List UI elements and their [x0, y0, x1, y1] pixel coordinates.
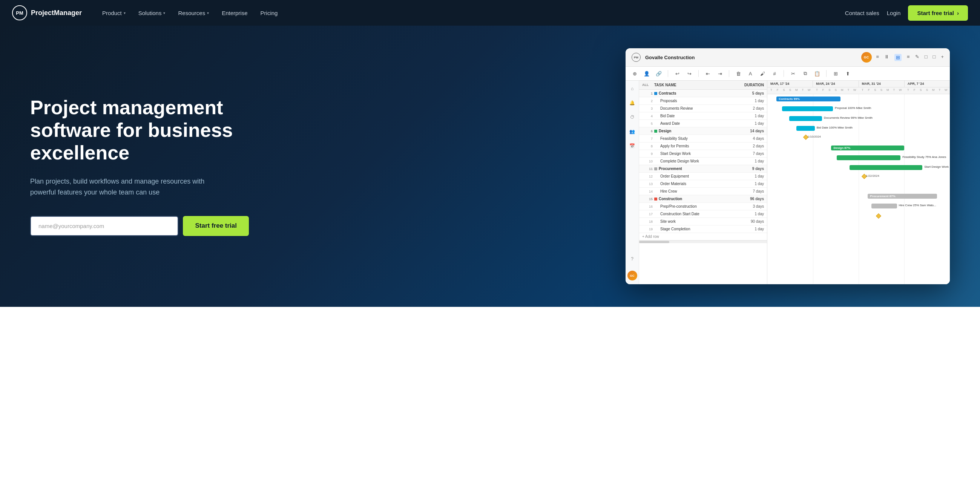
- gantt-gridline: [904, 94, 905, 284]
- hero-content: Project management software for business…: [30, 97, 249, 236]
- bell-sidebar-icon[interactable]: 🔔: [628, 99, 636, 107]
- mockup-avatar: GC: [861, 52, 872, 63]
- help-sidebar-icon[interactable]: ?: [628, 255, 636, 263]
- menu-icon[interactable]: ≡: [876, 54, 879, 61]
- table-row: 17 Construction Start Date 1 day: [639, 210, 767, 218]
- nav-start-trial-button[interactable]: Start free trial ›: [908, 5, 968, 21]
- hero-start-trial-button[interactable]: Start free trial: [183, 216, 249, 236]
- outdent-icon[interactable]: ⇥: [715, 69, 724, 78]
- scrollbar-thumb[interactable]: [639, 241, 669, 243]
- nav-right: Contact sales Login Start free trial ›: [845, 5, 968, 21]
- table-row: 18 Site work 90 days: [639, 218, 767, 225]
- gantt-bar-docs: [789, 116, 822, 121]
- mockup-body: ⌂ 🔔 ⏱ 👥 📅 ? GC ALL TASK NAME DURATION: [625, 81, 950, 284]
- paste-icon[interactable]: 📋: [813, 69, 822, 78]
- edit-icon[interactable]: ✎: [915, 54, 919, 61]
- nav-solutions[interactable]: Solutions ▾: [133, 7, 171, 19]
- copy2-icon[interactable]: ⧉: [800, 69, 810, 78]
- export-icon[interactable]: ⬆: [843, 69, 852, 78]
- gantt-bar-label: Proposal 100% Mike Smith: [835, 106, 871, 110]
- toolbar-separator-4: [784, 70, 784, 77]
- grid-icon[interactable]: ⊞: [894, 54, 902, 61]
- gantt-day-labels: TF SS MT W: [813, 87, 859, 94]
- brand-logo[interactable]: PM ProjectManager: [12, 5, 82, 21]
- gantt-day-labels: TF SS MT W: [904, 87, 950, 94]
- nav-links: Product ▾ Solutions ▾ Resources ▾ Enterp…: [97, 7, 845, 19]
- col-duration: DURATION: [738, 83, 764, 87]
- table-row: 9 Start Design Work 7 days: [639, 150, 767, 157]
- gantt-month-label: MAR, 24 '24: [813, 81, 859, 87]
- add-icon[interactable]: +: [941, 54, 944, 61]
- clock-sidebar-icon[interactable]: ⏱: [628, 113, 636, 121]
- login-link[interactable]: Login: [887, 10, 901, 16]
- col-all: ALL: [642, 83, 653, 87]
- number-icon[interactable]: #: [770, 69, 779, 78]
- table-row: 13 Order Materials 1 day: [639, 180, 767, 188]
- navigation: PM ProjectManager Product ▾ Solutions ▾ …: [0, 0, 980, 25]
- gantt-bar-bid: [796, 126, 815, 131]
- paint-icon[interactable]: 🖌: [758, 69, 767, 78]
- undo-icon[interactable]: ↩: [673, 69, 682, 78]
- link-icon[interactable]: 🔗: [654, 69, 663, 78]
- gantt-bar-label: Start Design Work 100% Ana: [924, 165, 950, 168]
- calendar-icon[interactable]: □: [924, 54, 928, 61]
- nav-pricing[interactable]: Pricing: [255, 7, 283, 19]
- toolbar-separator-2: [698, 70, 699, 77]
- hero-subtitle: Plan projects, build workflows and manag…: [30, 176, 226, 198]
- gantt-month-label: APR, 7 '24: [905, 81, 950, 87]
- table-row: 7 Feasibility Study 4 days: [639, 135, 767, 143]
- mockup-titlebar: PM Govalle Construction GC ≡ ⏸ ⊞ ≡ ✎ □ □…: [625, 48, 950, 67]
- table-row: 14 Hire Crew 7 days: [639, 188, 767, 195]
- assign-icon[interactable]: 👤: [642, 69, 651, 78]
- toolbar-separator-3: [729, 70, 729, 77]
- indent-icon[interactable]: ⇤: [703, 69, 712, 78]
- nav-resources[interactable]: Resources ▾: [173, 7, 214, 19]
- copy-icon[interactable]: □: [933, 54, 936, 61]
- gantt-days-row: TF SS MT W TF SS MT W: [767, 87, 950, 94]
- cut-icon[interactable]: ✂: [788, 69, 797, 78]
- table-row: 4 Bid Date 1 day: [639, 112, 767, 120]
- gantt-bar-contracts: Contracts 99%: [776, 97, 840, 102]
- gantt-header: MAR, 17 '24 MAR, 24 '24 MAR, 31 '24 APR,…: [767, 81, 950, 94]
- gantt-bar-feasibility: [837, 155, 900, 160]
- table-row: 19 Stage Completion 1 day: [639, 225, 767, 233]
- table-scrollbar[interactable]: [639, 240, 767, 243]
- table-row: 3 Documents Review 2 days: [639, 105, 767, 112]
- text-icon[interactable]: A: [746, 69, 755, 78]
- email-input[interactable]: [30, 216, 178, 236]
- pause-icon[interactable]: ⏸: [884, 54, 889, 61]
- gantt-months: MAR, 17 '24 MAR, 24 '24 MAR, 31 '24 APR,…: [767, 81, 950, 87]
- add-task-icon[interactable]: ⊕: [630, 69, 639, 78]
- table-row: 15 Construction 96 days: [639, 195, 767, 203]
- home-sidebar-icon[interactable]: ⌂: [628, 84, 636, 93]
- table-icon[interactable]: ⊞: [831, 69, 840, 78]
- redo-icon[interactable]: ↪: [685, 69, 694, 78]
- contact-sales-link[interactable]: Contact sales: [845, 10, 879, 16]
- table-row: 16 Prep/Pre-construction 3 days: [639, 203, 767, 210]
- gantt-day-labels: TF SS MT W: [859, 87, 904, 94]
- gantt-gridline: [859, 94, 859, 284]
- chevron-down-icon: ▾: [207, 11, 209, 15]
- calendar-sidebar-icon[interactable]: 📅: [628, 142, 636, 150]
- mockup-sidebar: ⌂ 🔔 ⏱ 👥 📅 ? GC: [625, 81, 639, 284]
- table-row: 5 Award Date 1 day: [639, 120, 767, 127]
- nav-enterprise[interactable]: Enterprise: [216, 7, 253, 19]
- nav-product[interactable]: Product ▾: [97, 7, 131, 19]
- list-icon[interactable]: ≡: [907, 54, 910, 61]
- gantt-chart: MAR, 17 '24 MAR, 24 '24 MAR, 31 '24 APR,…: [767, 81, 950, 284]
- add-row-button[interactable]: + Add row: [639, 233, 767, 240]
- logo-icon: PM: [12, 5, 27, 21]
- people-sidebar-icon[interactable]: 👥: [628, 127, 636, 136]
- table-row: 12 Order Equipment 1 day: [639, 173, 767, 180]
- delete-icon[interactable]: 🗑: [734, 69, 743, 78]
- gantt-milestone-label: 1/22/2024: [866, 174, 879, 178]
- gantt-bars-area: Contracts 99% Proposal 100% Mike Smith D…: [767, 94, 950, 284]
- table-row: 6 Design 14 days: [639, 127, 767, 135]
- user-avatar[interactable]: GC: [627, 271, 637, 281]
- mockup-toolbar-icons: ≡ ⏸ ⊞ ≡ ✎ □ □ +: [876, 54, 944, 61]
- mockup-project-title: Govalle Construction: [645, 55, 857, 60]
- gantt-month-label: MAR, 17 '24: [767, 81, 813, 87]
- chevron-down-icon: ▾: [163, 11, 165, 15]
- table-row: 2 Proposals 1 day: [639, 97, 767, 105]
- gantt-bar-hire-crew: [872, 203, 897, 208]
